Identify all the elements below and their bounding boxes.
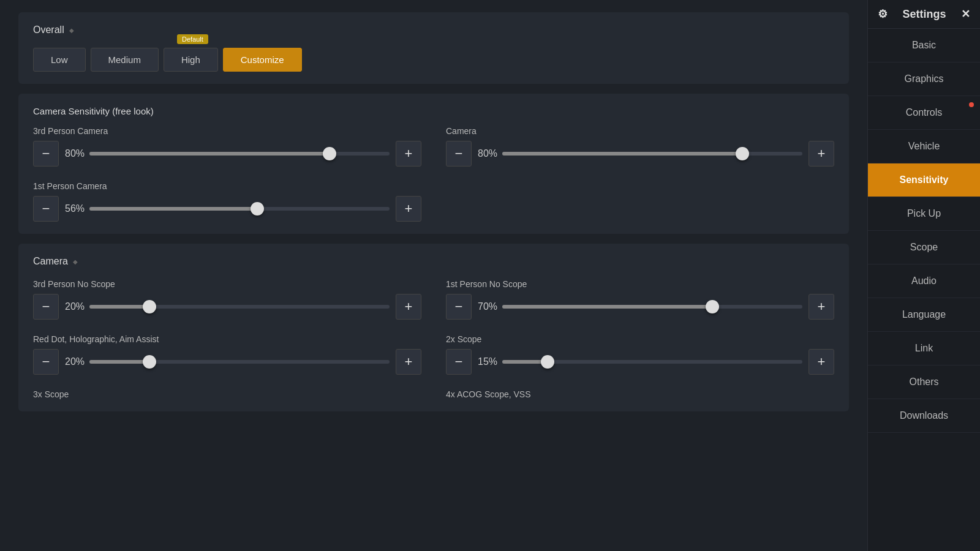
- third-no-scope-group: 3rd Person No Scope − 20% +: [33, 279, 421, 320]
- camera-right-label: Camera: [446, 126, 834, 136]
- scope-3x-label: 3x Scope: [33, 389, 421, 399]
- scope-2x-container[interactable]: 15%: [478, 349, 802, 375]
- first-no-scope-thumb[interactable]: [706, 300, 719, 313]
- first-no-scope-value: 70%: [478, 301, 502, 312]
- camera-right-track: [502, 152, 802, 156]
- sidebar-item-audio[interactable]: Audio: [868, 264, 980, 298]
- gear-icon: ⚙: [878, 7, 888, 21]
- camera-right-minus-btn[interactable]: −: [446, 141, 472, 167]
- scope-2x-group: 2x Scope − 15% +: [446, 334, 834, 375]
- high-button[interactable]: High: [164, 48, 218, 72]
- red-dot-minus[interactable]: −: [33, 349, 59, 375]
- scope-2x-track: [502, 360, 802, 364]
- sidebar-nav: Basic Graphics Controls Vehicle Sensitiv…: [868, 29, 980, 551]
- red-dot-container[interactable]: 20%: [65, 349, 390, 375]
- sidebar-item-controls[interactable]: Controls: [868, 96, 980, 130]
- first-person-label: 1st Person Camera: [33, 181, 421, 191]
- first-person-camera-group: 1st Person Camera − 56% +: [33, 181, 421, 222]
- first-no-scope-label: 1st Person No Scope: [446, 279, 834, 289]
- first-no-scope-plus[interactable]: +: [809, 294, 834, 320]
- camera-right-value: 80%: [478, 148, 502, 159]
- sidebar-item-basic[interactable]: Basic: [868, 29, 980, 62]
- settings-title: Settings: [902, 8, 946, 21]
- third-no-scope-row: − 20% +: [33, 294, 421, 320]
- overall-label: Overall: [33, 24, 64, 36]
- scope-4x-group: 4x ACOG Scope, VSS: [446, 389, 834, 399]
- first-no-scope-container[interactable]: 70%: [478, 294, 802, 320]
- camera-diamond-icon: ◆: [73, 258, 78, 265]
- third-no-scope-track: [89, 305, 390, 309]
- scope-4x-label: 4x ACOG Scope, VSS: [446, 389, 834, 399]
- red-dot-fill: [89, 360, 149, 364]
- sidebar-item-graphics[interactable]: Graphics: [868, 62, 980, 96]
- scope-2x-plus[interactable]: +: [809, 349, 834, 375]
- third-person-thumb[interactable]: [323, 147, 336, 160]
- first-person-plus-btn[interactable]: +: [396, 196, 421, 222]
- red-dot-track: [89, 360, 390, 364]
- camera-title-label: Camera: [33, 256, 68, 267]
- red-dot-label: Red Dot, Holographic, Aim Assist: [33, 334, 421, 344]
- camera-section: Camera ◆ 3rd Person No Scope − 20% +: [18, 244, 849, 411]
- third-person-camera-group: 3rd Person Camera − 80% +: [33, 126, 421, 167]
- medium-button[interactable]: Medium: [91, 48, 159, 72]
- sidebar-item-scope[interactable]: Scope: [868, 231, 980, 264]
- first-person-fill: [89, 207, 257, 211]
- scope-2x-minus[interactable]: −: [446, 349, 472, 375]
- sidebar-item-vehicle[interactable]: Vehicle: [868, 130, 980, 163]
- first-person-track: [89, 207, 390, 211]
- third-person-plus-btn[interactable]: +: [396, 141, 421, 167]
- customize-button[interactable]: Customize: [223, 48, 302, 72]
- third-no-scope-plus[interactable]: +: [396, 294, 421, 320]
- third-person-fill: [89, 152, 330, 156]
- third-person-value: 80%: [65, 148, 89, 159]
- third-no-scope-fill: [89, 305, 149, 309]
- camera-right-track-container[interactable]: 80%: [478, 141, 802, 167]
- sidebar: ⚙ Settings ✕ Basic Graphics Controls Veh…: [867, 0, 980, 551]
- red-dot-value: 20%: [65, 356, 89, 367]
- first-person-value: 56%: [65, 203, 89, 214]
- scope-3x-group: 3x Scope: [33, 389, 421, 399]
- preset-buttons: Default Low Medium High Customize: [33, 48, 834, 72]
- third-no-scope-label: 3rd Person No Scope: [33, 279, 421, 289]
- camera-sensitivity-section: Camera Sensitivity (free look) 3rd Perso…: [18, 94, 849, 234]
- scope-2x-row: − 15% +: [446, 349, 834, 375]
- first-person-minus-btn[interactable]: −: [33, 196, 59, 222]
- sidebar-item-others[interactable]: Others: [868, 365, 980, 399]
- first-no-scope-group: 1st Person No Scope − 70% +: [446, 279, 834, 320]
- first-person-slider-row: − 56% +: [33, 196, 421, 222]
- first-no-scope-track: [502, 305, 802, 309]
- third-no-scope-value: 20%: [65, 301, 89, 312]
- sidebar-item-sensitivity[interactable]: Sensitivity: [868, 163, 980, 197]
- close-icon[interactable]: ✕: [961, 7, 970, 21]
- camera-right-fill: [502, 152, 742, 156]
- red-dot-thumb[interactable]: [143, 355, 156, 369]
- main-content: Overall ◆ Default Low Medium High Custom…: [0, 0, 867, 551]
- third-no-scope-minus[interactable]: −: [33, 294, 59, 320]
- third-person-slider-row: − 80% +: [33, 141, 421, 167]
- third-person-track-container[interactable]: 80%: [65, 141, 390, 167]
- low-button[interactable]: Low: [33, 48, 86, 72]
- red-dot-plus[interactable]: +: [396, 349, 421, 375]
- third-person-label: 3rd Person Camera: [33, 126, 421, 136]
- sidebar-item-language[interactable]: Language: [868, 298, 980, 332]
- sidebar-item-link[interactable]: Link: [868, 332, 980, 365]
- third-no-scope-container[interactable]: 20%: [65, 294, 390, 320]
- camera-right-slider-row: − 80% +: [446, 141, 834, 167]
- camera-right-plus-btn[interactable]: +: [809, 141, 834, 167]
- sensitivity-sliders-grid: 3rd Person Camera − 80% + Camera: [33, 126, 834, 222]
- overall-diamond-icon: ◆: [69, 27, 74, 34]
- camera-section-title: Camera ◆: [33, 256, 834, 267]
- third-person-track: [89, 152, 390, 156]
- sidebar-item-downloads[interactable]: Downloads: [868, 399, 980, 433]
- camera-sliders-grid: 3rd Person No Scope − 20% + 1st Person N…: [33, 279, 834, 399]
- first-no-scope-fill: [502, 305, 712, 309]
- empty-placeholder: [446, 181, 834, 222]
- first-person-thumb[interactable]: [251, 202, 264, 216]
- scope-2x-thumb[interactable]: [541, 355, 554, 369]
- sidebar-item-pickup[interactable]: Pick Up: [868, 197, 980, 231]
- third-person-minus-btn[interactable]: −: [33, 141, 59, 167]
- first-no-scope-minus[interactable]: −: [446, 294, 472, 320]
- camera-right-thumb[interactable]: [736, 147, 749, 160]
- third-no-scope-thumb[interactable]: [143, 300, 156, 313]
- first-person-track-container[interactable]: 56%: [65, 196, 390, 222]
